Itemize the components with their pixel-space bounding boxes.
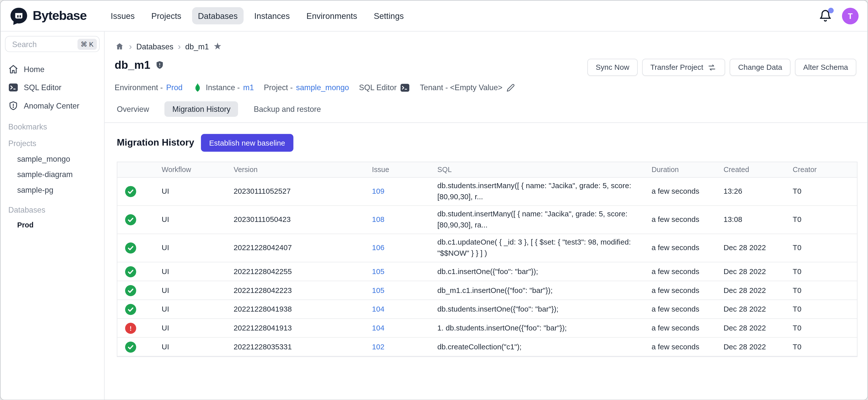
instance-label: Instance - xyxy=(206,83,240,92)
nav-instances[interactable]: Instances xyxy=(248,7,296,25)
cell-creator: T0 xyxy=(784,266,858,277)
environment-link[interactable]: Prod xyxy=(166,83,183,92)
column-creator: Creator xyxy=(784,165,858,174)
cell-created: Dec 28 2022 xyxy=(715,266,784,277)
sidebar-item-label: SQL Editor xyxy=(24,83,61,92)
meta-sql-editor[interactable]: SQL Editor xyxy=(359,82,410,92)
cell-status xyxy=(117,304,153,315)
sidebar-item-home[interactable]: Home xyxy=(5,60,100,78)
cell-created: 13:08 xyxy=(715,214,784,225)
table-row: UI202212280419131041. db.students.insert… xyxy=(117,319,857,338)
brand-name: Bytebase xyxy=(33,8,87,23)
cell-status xyxy=(117,214,153,225)
nav-issues[interactable]: Issues xyxy=(104,7,141,25)
instance-link[interactable]: m1 xyxy=(243,83,254,92)
sidebar-project-sample-mongo[interactable]: sample_mongo xyxy=(5,151,100,167)
notification-bell-button[interactable] xyxy=(818,9,832,23)
bookmark-star-icon[interactable]: ★ xyxy=(213,40,222,52)
table-row: UI20221228042255105db.c1.insertOne({"foo… xyxy=(117,263,857,281)
sidebar-section-bookmarks: Bookmarks xyxy=(5,122,100,131)
cell-workflow: UI xyxy=(153,186,225,197)
sidebar-section-databases: Databases xyxy=(5,205,100,214)
cell-version: 20221228035331 xyxy=(225,341,363,352)
column-workflow: Workflow xyxy=(153,165,225,174)
cell-duration: a few seconds xyxy=(643,243,715,254)
sidebar-item-sql-editor[interactable]: SQL Editor xyxy=(5,78,100,96)
sidebar-project-sample-diagram[interactable]: sample-diagram xyxy=(5,167,100,182)
error-exclamation-icon xyxy=(125,322,136,334)
edit-pencil-icon[interactable] xyxy=(506,82,516,92)
alter-schema-button[interactable]: Alter Schema xyxy=(795,59,857,76)
cell-duration: a few seconds xyxy=(643,186,715,197)
cell-version: 20221228042255 xyxy=(225,266,363,277)
cell-workflow: UI xyxy=(153,266,225,277)
issue-link[interactable]: 108 xyxy=(372,215,384,224)
cell-issue: 104 xyxy=(363,322,429,334)
cell-workflow: UI xyxy=(153,304,225,315)
nav-environments[interactable]: Environments xyxy=(300,7,363,25)
column-issue: Issue xyxy=(363,165,429,174)
issue-link[interactable]: 105 xyxy=(372,267,384,275)
tab-migration-history[interactable]: Migration History xyxy=(165,101,238,117)
sidebar-database-prod[interactable]: Prod xyxy=(5,218,100,233)
breadcrumb-home-icon[interactable] xyxy=(115,41,125,51)
issue-link[interactable]: 102 xyxy=(372,342,384,350)
search-box[interactable]: ⌘ K xyxy=(5,36,100,52)
table-row: UI20221228035331102db.createCollection("… xyxy=(117,338,857,357)
cell-duration: a few seconds xyxy=(643,322,715,334)
sql-editor-label: SQL Editor xyxy=(359,83,397,92)
cell-duration: a few seconds xyxy=(643,214,715,225)
cell-sql: db.student.insertMany([ { name: "Jacika"… xyxy=(429,209,643,231)
cell-sql: db.students.insertMany([ { name: "Jacika… xyxy=(429,180,643,203)
sidebar-item-anomaly-center[interactable]: Anomaly Center xyxy=(5,96,100,115)
change-data-button[interactable]: Change Data xyxy=(730,59,790,76)
search-input[interactable] xyxy=(11,39,77,49)
cell-issue: 105 xyxy=(363,266,429,277)
sidebar: ⌘ K Home SQL Editor xyxy=(0,31,104,399)
cell-sql: db.students.insertOne({"foo": "bar"}); xyxy=(429,304,643,315)
shield-alert-badge-icon[interactable] xyxy=(155,60,165,70)
nav-projects[interactable]: Projects xyxy=(145,7,187,25)
tab-backup-and-restore[interactable]: Backup and restore xyxy=(253,101,322,117)
column-duration: Duration xyxy=(643,165,715,174)
tab-overview[interactable]: Overview xyxy=(116,101,150,117)
database-name: db_m1 xyxy=(115,59,150,71)
issue-link[interactable]: 106 xyxy=(372,244,384,252)
home-icon xyxy=(8,64,19,74)
page-actions: Sync Now Transfer Project Change Data Al… xyxy=(587,59,857,76)
column-created: Created xyxy=(715,165,784,174)
issue-link[interactable]: 109 xyxy=(372,187,384,195)
top-right-controls: T xyxy=(818,7,859,24)
cell-created: Dec 28 2022 xyxy=(715,304,784,315)
cell-issue: 104 xyxy=(363,304,429,315)
migration-table-body: UI20230111052527109db.students.insertMan… xyxy=(117,178,857,357)
avatar[interactable]: T xyxy=(842,7,859,24)
transfer-project-button[interactable]: Transfer Project xyxy=(642,59,725,76)
cell-sql: db.c1.insertOne({"foo": "bar"}); xyxy=(429,266,643,277)
cell-version: 20221228041913 xyxy=(225,322,363,334)
issue-link[interactable]: 104 xyxy=(372,324,384,332)
issue-link[interactable]: 104 xyxy=(372,305,384,313)
top-nav: Bytebase Issues Projects Databases Insta… xyxy=(0,0,868,31)
breadcrumb-db-m1[interactable]: db_m1 xyxy=(185,42,209,51)
project-link[interactable]: sample_mongo xyxy=(296,83,349,92)
sidebar-project-sample-pg[interactable]: sample-pg xyxy=(5,182,100,198)
cell-sql: db_m1.c1.insertOne({"foo": "bar"}); xyxy=(429,285,643,296)
page-title: db_m1 xyxy=(115,59,165,71)
issue-link[interactable]: 105 xyxy=(372,286,384,294)
establish-baseline-button[interactable]: Establish new baseline xyxy=(201,134,293,152)
brand-logo[interactable]: Bytebase xyxy=(9,6,104,25)
column-sql: SQL xyxy=(429,165,643,174)
nav-databases[interactable]: Databases xyxy=(192,7,244,25)
main-panel: › Databases › db_m1 ★ db_m1 xyxy=(104,31,867,399)
cell-issue: 108 xyxy=(363,214,429,225)
nav-settings[interactable]: Settings xyxy=(368,7,410,25)
cell-created: Dec 28 2022 xyxy=(715,243,784,254)
success-check-icon xyxy=(125,243,136,254)
sync-now-button[interactable]: Sync Now xyxy=(587,59,638,76)
table-row: UI20221228042223105db_m1.c1.insertOne({"… xyxy=(117,281,857,300)
breadcrumb-databases[interactable]: Databases xyxy=(136,42,173,51)
meta-environment: Environment - Prod xyxy=(115,83,183,92)
cell-sql: 1. db.students.insertOne({"foo": "bar"})… xyxy=(429,322,643,334)
cell-duration: a few seconds xyxy=(643,285,715,296)
